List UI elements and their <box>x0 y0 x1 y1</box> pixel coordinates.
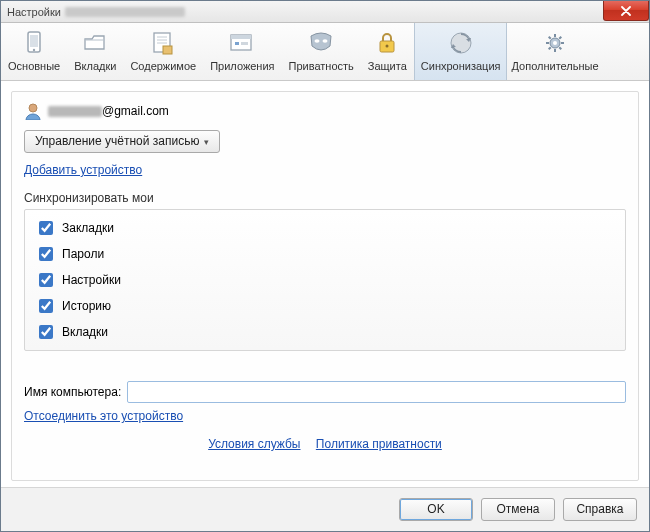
check-prefs[interactable]: Настройки <box>35 270 615 290</box>
check-tabs[interactable]: Вкладки <box>35 322 615 342</box>
settings-window: Настройки Основные Вкладки Содержимое Пр… <box>0 0 650 532</box>
computer-name-label: Имя компьютера: <box>24 385 121 399</box>
svg-point-13 <box>323 39 328 43</box>
tab-content[interactable]: Содержимое <box>123 23 203 80</box>
close-button[interactable] <box>603 1 649 21</box>
sync-items-group: Закладки Пароли Настройки Историю Вкладк… <box>24 209 626 351</box>
dialog-footer: OK Отмена Справка <box>1 487 649 531</box>
tab-general[interactable]: Основные <box>1 23 67 80</box>
tab-label: Основные <box>8 60 60 72</box>
svg-rect-9 <box>231 35 251 39</box>
checkbox-prefs[interactable] <box>39 273 53 287</box>
account-email: @gmail.com <box>48 104 169 118</box>
titlebar-redacted <box>65 7 185 17</box>
check-history[interactable]: Историю <box>35 296 615 316</box>
checkbox-passwords[interactable] <box>39 247 53 261</box>
svg-rect-11 <box>241 42 248 45</box>
tab-security[interactable]: Защита <box>361 23 414 80</box>
ok-button[interactable]: OK <box>399 498 473 521</box>
checkbox-label: Пароли <box>62 247 104 261</box>
tab-label: Приватность <box>289 60 354 72</box>
lock-icon <box>375 30 399 56</box>
svg-point-16 <box>451 33 471 53</box>
window-icon <box>228 31 256 55</box>
cancel-button[interactable]: Отмена <box>481 498 555 521</box>
svg-rect-7 <box>163 46 172 54</box>
privacy-policy-link[interactable]: Политика приватности <box>316 437 442 451</box>
svg-rect-1 <box>30 35 38 47</box>
checkbox-tabs[interactable] <box>39 325 53 339</box>
manage-account-button[interactable]: Управление учётной записью <box>24 130 220 153</box>
tab-privacy[interactable]: Приватность <box>282 23 361 80</box>
tab-apps[interactable]: Приложения <box>203 23 281 80</box>
svg-point-15 <box>386 45 389 48</box>
tos-link[interactable]: Условия службы <box>208 437 300 451</box>
svg-line-26 <box>559 37 561 39</box>
tab-label: Защита <box>368 60 407 72</box>
window-title: Настройки <box>7 6 61 18</box>
checkbox-history[interactable] <box>39 299 53 313</box>
folder-icon <box>82 31 108 55</box>
svg-rect-10 <box>235 42 239 45</box>
checkbox-label: Историю <box>62 299 111 313</box>
content-pane: @gmail.com Управление учётной записью До… <box>1 81 649 487</box>
svg-point-12 <box>315 39 320 43</box>
svg-point-18 <box>553 41 557 45</box>
category-toolbar: Основные Вкладки Содержимое Приложения П… <box>1 23 649 81</box>
tab-advanced[interactable]: Дополнительные <box>507 23 602 80</box>
svg-line-23 <box>549 37 551 39</box>
mask-icon <box>307 30 335 56</box>
email-redacted <box>48 106 102 117</box>
computer-name-row: Имя компьютера: <box>24 381 626 403</box>
tab-label: Синхронизация <box>421 60 501 72</box>
tab-sync[interactable]: Синхронизация <box>414 23 508 80</box>
check-passwords[interactable]: Пароли <box>35 244 615 264</box>
tab-label: Вкладки <box>74 60 116 72</box>
tab-tabs[interactable]: Вкладки <box>67 23 123 80</box>
titlebar[interactable]: Настройки <box>1 1 649 23</box>
gear-icon <box>541 30 569 56</box>
checkbox-bookmarks[interactable] <box>39 221 53 235</box>
document-icon <box>150 30 176 56</box>
avatar-icon <box>24 102 42 120</box>
sync-panel: @gmail.com Управление учётной записью До… <box>11 91 639 481</box>
add-device-link[interactable]: Добавить устройство <box>24 163 142 177</box>
sync-icon <box>447 30 475 56</box>
checkbox-label: Закладки <box>62 221 114 235</box>
phone-icon <box>22 30 46 56</box>
svg-line-25 <box>549 47 551 49</box>
checkbox-label: Вкладки <box>62 325 108 339</box>
svg-point-27 <box>29 104 37 112</box>
unlink-device-link[interactable]: Отсоединить это устройство <box>24 409 183 423</box>
checkbox-label: Настройки <box>62 273 121 287</box>
email-suffix: @gmail.com <box>102 104 169 118</box>
tab-label: Приложения <box>210 60 274 72</box>
help-button[interactable]: Справка <box>563 498 637 521</box>
legal-links: Условия службы Политика приватности <box>24 437 626 451</box>
svg-line-24 <box>559 47 561 49</box>
close-icon <box>620 6 632 16</box>
sync-heading: Синхронизировать мои <box>24 191 626 205</box>
check-bookmarks[interactable]: Закладки <box>35 218 615 238</box>
computer-name-input[interactable] <box>127 381 626 403</box>
svg-point-2 <box>33 49 35 51</box>
tab-label: Дополнительные <box>511 60 598 72</box>
account-row: @gmail.com <box>24 102 626 120</box>
tab-label: Содержимое <box>130 60 196 72</box>
